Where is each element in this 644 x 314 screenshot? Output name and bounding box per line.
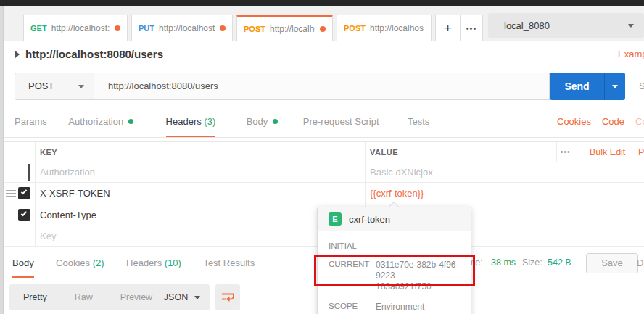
request-tab-post-active[interactable]: POST http://localhost:8 <box>236 15 333 41</box>
tab-label: Params <box>15 116 47 127</box>
method-dropdown[interactable]: POST <box>15 73 94 100</box>
response-size-label: Size: <box>522 247 542 278</box>
environment-badge: E <box>329 212 342 226</box>
tab-authorization[interactable]: Authorization <box>68 105 133 138</box>
save-response-button[interactable]: Save <box>586 253 638 273</box>
response-tab-headers[interactable]: Headers (10) <box>126 247 181 278</box>
send-button-group: Send <box>550 73 625 100</box>
wrap-text-button[interactable] <box>215 284 240 310</box>
examples-link[interactable]: Examples <box>618 41 644 67</box>
variable-name: cxrf-token <box>349 214 390 225</box>
tab-tests[interactable]: Tests <box>408 105 429 138</box>
request-title: http://localhost:8080/users <box>25 41 163 67</box>
request-tab-get[interactable]: GET http://localhost:80 <box>23 15 128 41</box>
chevron-down-icon <box>628 24 634 28</box>
tab-label: Body <box>247 116 268 127</box>
request-section-tabs: Params Authorization Headers (3) Body Pr… <box>4 105 644 138</box>
tab-url-label: http://localhost:808 <box>370 23 424 33</box>
response-tab-test-results[interactable]: Test Results <box>203 247 255 278</box>
tab-method-label: POST <box>244 25 265 33</box>
scope-row: SCOPE Environment <box>329 302 462 313</box>
request-tab-post-2[interactable]: POST http://localhost:808 <box>337 15 432 41</box>
tab-label: Headers <box>166 116 202 127</box>
expand-triangle-icon[interactable] <box>15 51 20 58</box>
tab-label: Headers <box>126 257 162 268</box>
ellipsis-icon: ••• <box>466 24 477 33</box>
tab-method-label: POST <box>344 24 366 33</box>
comments-link[interactable]: Comments <box>635 105 644 138</box>
tab-count: (3) <box>204 116 215 127</box>
cookies-link[interactable]: Cookies <box>557 105 591 138</box>
response-size-value: 542 B <box>548 247 571 278</box>
tab-url-label: http://localhost:80 <box>159 23 215 33</box>
open-request-tabs: GET http://localhost:80 PUT http://local… <box>23 15 432 41</box>
tab-pre-request-script[interactable]: Pre-request Script <box>303 105 379 138</box>
bulk-edit-link[interactable]: Bulk Edit <box>590 142 625 162</box>
environment-selector[interactable]: local_8080 <box>488 13 644 38</box>
send-options-button[interactable] <box>604 73 625 100</box>
tab-count: (10) <box>165 257 181 268</box>
scope-value: Environment <box>376 302 424 313</box>
save-request-button[interactable]: Save <box>639 73 644 100</box>
table-menu-button[interactable]: ••• <box>561 142 571 162</box>
value-column-header: VALUE <box>370 142 398 162</box>
presets-link[interactable]: Presets <box>638 142 644 162</box>
tab-body[interactable]: Body <box>247 105 278 138</box>
drag-handle-icon[interactable] <box>6 190 16 197</box>
filled-dot-icon <box>128 119 133 124</box>
check-icon <box>21 189 27 194</box>
scope-label: SCOPE <box>329 302 376 313</box>
unsaved-dot-icon <box>220 25 226 31</box>
key-column-header: KEY <box>40 142 57 162</box>
response-tab-cookies[interactable]: Cookies (2) <box>56 247 104 278</box>
language-value: JSON <box>164 292 188 302</box>
tab-method-label: GET <box>30 24 47 33</box>
annotation-highlight-box <box>314 255 475 286</box>
postman-window: GET http://localhost:80 PUT http://local… <box>0 0 644 314</box>
request-tab-put[interactable]: PUT http://localhost:80 <box>131 15 233 41</box>
send-button[interactable]: Send <box>550 73 604 100</box>
view-mode-raw[interactable]: Raw <box>61 284 107 310</box>
header-key-cell[interactable]: Content-Type <box>40 204 96 226</box>
divider <box>579 255 579 270</box>
tab-label: Test Results <box>203 257 255 268</box>
filled-dot-icon <box>273 119 278 124</box>
table-header-row: KEY VALUE ••• Bulk Edit Presets <box>4 142 644 162</box>
tab-label: Body <box>12 257 34 268</box>
new-tab-button[interactable]: + <box>435 15 461 41</box>
text-cursor <box>28 164 30 181</box>
chevron-down-icon <box>194 296 200 299</box>
tab-label: Tests <box>408 116 429 127</box>
tab-count: (2) <box>93 257 104 268</box>
chevron-down-icon <box>78 85 84 88</box>
url-input[interactable]: http://localhost:8080/users <box>94 73 550 100</box>
code-link[interactable]: Code <box>602 105 624 138</box>
tab-method-label: PUT <box>139 24 154 33</box>
view-mode-pretty[interactable]: Pretty <box>9 284 61 310</box>
language-dropdown[interactable]: JSON <box>154 284 210 310</box>
environment-name: local_8080 <box>504 20 550 31</box>
header-key-cell[interactable]: Authorization <box>40 162 95 182</box>
request-builder: POST http://localhost:8080/users Send Sa… <box>4 67 644 105</box>
tab-params[interactable]: Params <box>15 105 47 138</box>
header-key-cell[interactable]: X-XSRF-TOKEN <box>40 183 110 204</box>
response-tab-body[interactable]: Body <box>12 247 34 278</box>
check-icon <box>21 210 27 216</box>
request-tab-bar: GET http://localhost:80 PUT http://local… <box>4 6 644 41</box>
window-title-bar <box>0 0 644 6</box>
initial-label: INITIAL <box>329 241 376 250</box>
header-value-cell[interactable]: {{cxrf-token}} <box>370 183 424 204</box>
header-key-cell[interactable]: Key <box>40 226 56 246</box>
method-value: POST <box>28 73 54 99</box>
tab-options-button[interactable]: ••• <box>461 15 483 41</box>
unsaved-dot-icon <box>115 25 120 31</box>
tab-url-label: http://localhost:8 <box>270 24 315 34</box>
header-value-cell[interactable]: Basic dXNlcjox <box>370 162 433 182</box>
tab-headers[interactable]: Headers (3) <box>166 105 216 138</box>
plus-icon: + <box>444 20 452 36</box>
download-button[interactable]: Download <box>637 247 644 278</box>
unsaved-dot-icon <box>320 26 326 32</box>
row-checkbox[interactable] <box>18 187 30 199</box>
row-checkbox[interactable] <box>18 209 30 221</box>
request-links: Cookies Code Comments <box>557 105 644 138</box>
